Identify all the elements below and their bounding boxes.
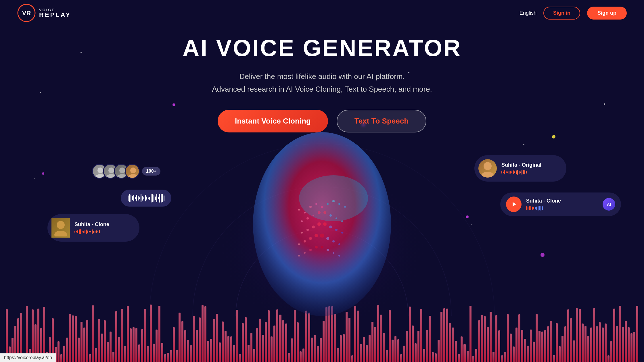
svg-point-10 [309, 206, 312, 208]
svg-point-20 [318, 211, 321, 214]
svg-point-27 [312, 226, 315, 228]
svg-point-16 [344, 206, 346, 208]
svg-point-22 [329, 214, 332, 217]
svg-point-53 [119, 167, 125, 173]
svg-point-31 [335, 229, 338, 231]
suhita-clone-player-name: Suhita - Clone [526, 198, 598, 204]
svg-point-14 [332, 200, 335, 202]
svg-point-6 [253, 132, 391, 316]
suhita-original-card: Suhita - Original [474, 155, 566, 182]
suhita-clone-name: Suhita - Clone [74, 222, 109, 228]
suhita-original-waveform [501, 170, 541, 175]
suhita-clone-waveform [74, 229, 109, 234]
hero-section: AI VOICE GENERATOR Deliver the most life… [150, 34, 494, 150]
svg-point-51 [108, 167, 114, 173]
svg-point-21 [323, 211, 326, 214]
svg-point-56 [128, 174, 138, 179]
suhita-clone-player-card: Suhita - Clone AI [500, 192, 621, 216]
url-bar: https://voicereplay.ai/en [0, 353, 56, 362]
suhita-avatar [478, 159, 497, 178]
svg-point-38 [326, 237, 329, 240]
svg-marker-59 [513, 202, 516, 207]
svg-point-47 [333, 252, 334, 254]
ai-badge: AI [603, 198, 615, 211]
svg-point-41 [298, 255, 300, 257]
avatar-group-card: 100+ [92, 164, 160, 179]
svg-point-34 [304, 240, 306, 242]
svg-point-43 [309, 249, 312, 251]
svg-point-33 [298, 243, 300, 245]
svg-point-19 [313, 215, 314, 216]
header-right: English Sign in Sign up [520, 7, 627, 20]
svg-point-15 [338, 203, 340, 205]
svg-point-45 [321, 246, 323, 249]
svg-point-7 [299, 175, 368, 221]
svg-point-60 [57, 221, 65, 229]
hero-buttons: Instant Voice Cloning Text To Speech [150, 110, 494, 132]
svg-point-25 [301, 232, 303, 234]
svg-point-36 [315, 234, 318, 237]
svg-point-8 [298, 209, 300, 211]
suhita-clone-info: Suhita - Clone [74, 222, 109, 234]
suhita-original-name: Suhita - Original [501, 162, 541, 168]
text-to-speech-button[interactable]: Text To Speech [337, 110, 426, 132]
svg-point-28 [317, 222, 321, 226]
svg-point-23 [336, 217, 337, 219]
avatar-count: 100+ [142, 167, 160, 176]
svg-point-58 [481, 172, 494, 178]
svg-point-12 [321, 206, 323, 208]
suhita-clone-player-info: Suhita - Clone [526, 198, 598, 211]
svg-point-39 [332, 240, 335, 242]
svg-point-24 [341, 220, 343, 222]
suhita-original-info: Suhita - Original [501, 162, 541, 175]
svg-point-26 [306, 229, 309, 231]
svg-point-11 [315, 203, 317, 205]
signup-button[interactable]: Sign up [587, 7, 627, 20]
suhita-clone-player-waveform [526, 206, 598, 211]
hero-subtitle: Deliver the most lifelike audio with our… [150, 70, 494, 95]
page-title: AI VOICE GENERATOR [150, 34, 494, 61]
svg-point-48 [338, 255, 340, 257]
waveform-pill: // Generate waveform bars inline [121, 190, 171, 207]
play-button[interactable] [506, 197, 522, 212]
svg-point-30 [329, 226, 332, 228]
svg-point-61 [54, 231, 67, 236]
svg-point-40 [338, 243, 340, 245]
svg-point-49 [97, 167, 103, 173]
svg-point-44 [315, 246, 318, 249]
logo[interactable]: VR VOICE REPLAY [17, 4, 71, 22]
svg-point-17 [301, 220, 303, 222]
language-selector[interactable]: English [520, 10, 536, 16]
waveform-mini [128, 194, 164, 203]
logo-icon: VR [17, 4, 36, 22]
svg-point-13 [327, 203, 329, 205]
svg-point-29 [323, 222, 327, 226]
svg-point-35 [309, 237, 312, 240]
avatar-group [92, 164, 140, 179]
svg-point-46 [327, 249, 329, 251]
svg-point-57 [484, 162, 492, 170]
suhita-clone-card: Suhita - Clone [47, 214, 139, 242]
logo-text: VOICE REPLAY [39, 8, 71, 18]
voice-cloning-button[interactable]: Instant Voice Cloning [218, 110, 328, 132]
svg-point-18 [306, 217, 309, 219]
avatar-4 [125, 164, 140, 179]
svg-text:VR: VR [22, 9, 31, 17]
svg-point-32 [341, 232, 343, 234]
svg-point-9 [304, 212, 306, 213]
signin-button[interactable]: Sign in [543, 7, 580, 20]
suhita-clone-avatar [51, 218, 70, 238]
header: VR VOICE REPLAY English Sign in Sign up [0, 0, 644, 26]
svg-point-42 [304, 252, 306, 254]
svg-point-37 [320, 234, 324, 238]
svg-point-55 [130, 167, 136, 173]
